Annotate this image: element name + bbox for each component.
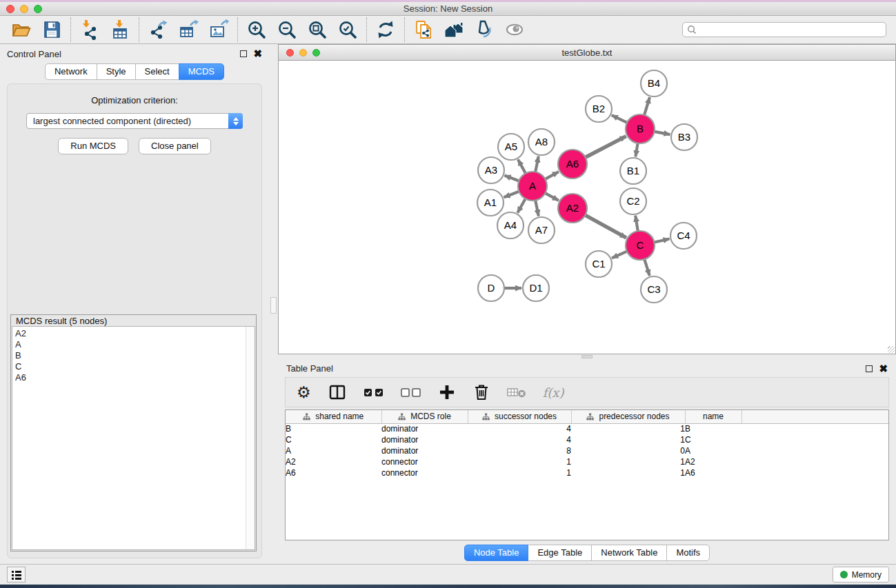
- memory-button[interactable]: Memory: [833, 567, 889, 582]
- select-all-checks-icon[interactable]: [364, 382, 384, 403]
- horizontal-splitter[interactable]: [278, 354, 896, 359]
- preview-visibility-icon[interactable]: [504, 19, 526, 40]
- resize-grip-icon[interactable]: [888, 346, 895, 353]
- tab-edge-table[interactable]: Edge Table: [528, 545, 592, 561]
- table-cell[interactable]: 4: [468, 434, 571, 445]
- import-table-icon[interactable]: [109, 19, 131, 40]
- table-row[interactable]: Bdominator41B: [286, 423, 888, 434]
- tab-motifs[interactable]: Motifs: [666, 545, 710, 561]
- mcds-result-item[interactable]: A2: [15, 328, 245, 339]
- table-cell[interactable]: C: [685, 434, 741, 445]
- graph-edge[interactable]: [545, 193, 558, 201]
- tab-node-table[interactable]: Node Table: [464, 545, 529, 561]
- table-cell[interactable]: 1: [571, 434, 685, 445]
- table-cell[interactable]: B: [685, 423, 741, 434]
- export-image-icon[interactable]: [208, 19, 230, 40]
- graph-edge[interactable]: [535, 156, 539, 172]
- graph-edge[interactable]: [635, 143, 637, 157]
- float-panel-icon[interactable]: [866, 365, 873, 372]
- table-cell[interactable]: A2: [685, 456, 741, 467]
- graph-edge[interactable]: [504, 192, 519, 198]
- table-cell[interactable]: connector: [381, 467, 468, 478]
- table-cell[interactable]: 1: [468, 467, 571, 478]
- table-cell[interactable]: B: [286, 423, 381, 434]
- table-cell[interactable]: C: [286, 434, 381, 445]
- splitter-grip[interactable]: [270, 297, 277, 314]
- deselect-all-checks-icon[interactable]: [401, 382, 421, 403]
- table-cell[interactable]: 0: [571, 445, 685, 456]
- delete-table-icon[interactable]: [507, 382, 526, 403]
- close-panel-icon[interactable]: ✖: [253, 50, 262, 57]
- graph-edge[interactable]: [535, 201, 539, 216]
- tab-style[interactable]: Style: [97, 63, 136, 80]
- minimize-window-button[interactable]: [20, 5, 28, 13]
- table-cell[interactable]: A: [685, 445, 741, 456]
- table-row[interactable]: Adominator80A: [286, 445, 888, 456]
- save-session-icon[interactable]: [41, 19, 63, 40]
- table-settings-icon[interactable]: ⚙: [297, 382, 311, 403]
- table-cell[interactable]: dominator: [381, 434, 468, 445]
- mcds-result-item[interactable]: A: [15, 339, 245, 350]
- open-session-icon[interactable]: [10, 19, 32, 40]
- table-cell[interactable]: 1: [468, 456, 571, 467]
- column-header[interactable]: successor nodes: [468, 410, 571, 423]
- search-box[interactable]: [682, 22, 886, 37]
- column-header[interactable]: predecessor nodes: [571, 410, 685, 423]
- graph-edge[interactable]: [505, 176, 519, 181]
- table-cell[interactable]: 8: [468, 445, 571, 456]
- tab-select[interactable]: Select: [135, 63, 179, 80]
- table-cell[interactable]: 1: [571, 456, 685, 467]
- delete-column-icon[interactable]: [472, 382, 490, 403]
- split-column-icon[interactable]: [328, 382, 347, 403]
- graph-edge[interactable]: [655, 132, 670, 134]
- mcds-result-item[interactable]: A6: [15, 372, 245, 383]
- table-row[interactable]: Cdominator41C: [286, 434, 888, 445]
- minimize-network-button[interactable]: [299, 49, 307, 57]
- add-column-icon[interactable]: [438, 382, 456, 403]
- vertical-splitter[interactable]: [269, 44, 278, 564]
- table-cell[interactable]: A6: [685, 467, 741, 478]
- column-header[interactable]: name: [685, 410, 741, 423]
- table-cell[interactable]: A6: [286, 467, 381, 478]
- close-network-button[interactable]: [286, 49, 294, 57]
- graph-edge[interactable]: [518, 159, 526, 173]
- close-window-button[interactable]: [6, 5, 14, 13]
- table-row[interactable]: A6connector11A6: [286, 467, 888, 478]
- zoom-out-icon[interactable]: [276, 19, 298, 40]
- close-panel-button[interactable]: Close panel: [139, 138, 211, 154]
- table-cell[interactable]: A2: [286, 456, 381, 467]
- table-cell[interactable]: 4: [468, 423, 571, 434]
- graph-edge[interactable]: [586, 136, 626, 158]
- export-network-icon[interactable]: [147, 19, 169, 40]
- tab-mcds[interactable]: MCDS: [179, 63, 224, 80]
- network-window-titlebar[interactable]: testGlobe.txt: [278, 44, 896, 61]
- table-cell[interactable]: dominator: [381, 445, 468, 456]
- table-row[interactable]: A2connector11A2: [286, 456, 888, 467]
- criterion-dropdown[interactable]: largest connected component (directed): [26, 113, 243, 129]
- graph-edge[interactable]: [612, 115, 627, 123]
- column-header[interactable]: MCDS role: [381, 410, 468, 423]
- clone-network-icon[interactable]: [412, 19, 435, 40]
- search-input[interactable]: [697, 25, 882, 34]
- window-titlebar[interactable]: Session: New Session: [0, 2, 896, 16]
- table-cell[interactable]: 1: [571, 467, 685, 478]
- table-cell[interactable]: connector: [381, 456, 468, 467]
- zoom-fit-icon[interactable]: [306, 19, 328, 40]
- mcds-result-item[interactable]: C: [15, 361, 245, 372]
- toggle-node-visibility-icon[interactable]: [473, 19, 495, 40]
- zoom-in-icon[interactable]: [246, 19, 268, 40]
- export-table-icon[interactable]: [177, 19, 199, 40]
- network-canvas[interactable]: B4B2BB3A8A5A6A3B1AC2A1A2A4A7C4CC1C3DD1: [278, 61, 896, 354]
- mcds-result-list[interactable]: A2ABCA6: [12, 326, 255, 550]
- zoom-selected-icon[interactable]: [337, 19, 359, 40]
- node-table[interactable]: shared nameMCDS rolesuccessor nodesprede…: [285, 409, 889, 540]
- graph-edge[interactable]: [644, 259, 649, 276]
- float-panel-icon[interactable]: [240, 50, 247, 57]
- refresh-network-icon[interactable]: [375, 19, 397, 40]
- tab-network-table[interactable]: Network Table: [591, 545, 667, 561]
- task-history-button[interactable]: [7, 567, 26, 582]
- import-network-icon[interactable]: [79, 19, 101, 40]
- splitter-grip[interactable]: [581, 355, 593, 358]
- graph-edge[interactable]: [612, 252, 627, 258]
- graph-edge[interactable]: [545, 172, 558, 179]
